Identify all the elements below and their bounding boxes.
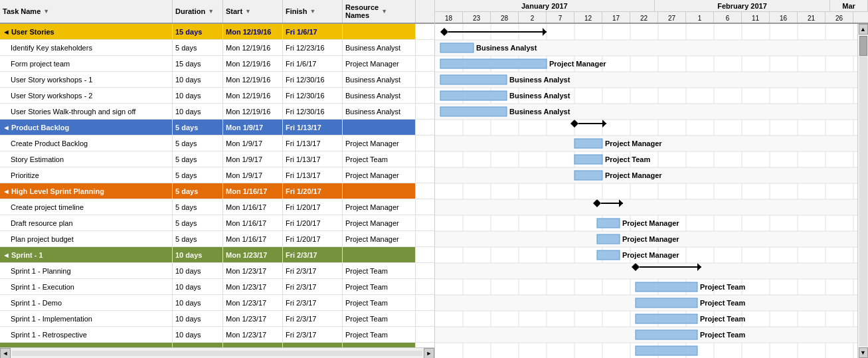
gantt-bar-label: Project Manager	[622, 235, 679, 243]
col-task-label: Task Name	[3, 7, 41, 15]
group-header-product-backlog[interactable]: ◄ Product Backlog 5 days Mon 1/9/17 Fri …	[0, 120, 434, 135]
task-start: Mon 12/19/16	[223, 88, 283, 103]
scroll-track[interactable]	[12, 351, 422, 356]
task-resource: Business Analyst	[343, 72, 416, 87]
gantt-bar	[636, 346, 697, 355]
task-resource: Project Manager	[343, 231, 416, 246]
table-row[interactable]: Create Product Backlog 5 days Mon 1/9/17…	[0, 135, 434, 151]
gantt-bar	[440, 107, 507, 116]
gantt-day: 17	[602, 12, 630, 24]
task-duration: 5 days	[173, 167, 223, 183]
task-finish: Fri 1/13/17	[283, 135, 343, 151]
task-name: Create Product Backlog	[0, 135, 173, 151]
gantt-bar-label: Project Team	[700, 331, 745, 339]
group-duration-product-backlog: 5 days	[173, 120, 223, 135]
group-start-user-stories: Mon 12/19/16	[223, 24, 283, 39]
group-label-user-stories: User Stories	[11, 28, 54, 36]
task-finish: Fri 2/3/17	[283, 263, 343, 278]
gantt-bar-label: Business Analyst	[509, 76, 570, 84]
table-row[interactable]: User Story workshops - 1 10 days Mon 12/…	[0, 72, 434, 88]
table-row[interactable]: Story Estimation 5 days Mon 1/9/17 Fri 1…	[0, 151, 434, 167]
group-duration-sprint1: 10 days	[173, 247, 223, 262]
task-name: User Stories Walk-through and sign off	[0, 104, 173, 119]
col-header-resource[interactable]: Resource Names ▼	[343, 0, 416, 23]
col-header-task[interactable]: Task Name ▼	[0, 0, 173, 23]
task-name: Create project timeline	[0, 199, 173, 215]
gantt-bar	[574, 155, 602, 164]
svg-rect-20	[435, 199, 868, 215]
gantt-day: 16	[770, 12, 798, 24]
table-row[interactable]: Sprint 1 - Execution 10 days Mon 1/23/17…	[0, 279, 434, 295]
table-row[interactable]: Sprint 1 - Retrospective 10 days Mon 1/2…	[0, 327, 434, 343]
group-finish-sprint1: Fri 2/3/17	[283, 247, 343, 262]
task-duration: 10 days	[173, 88, 223, 103]
gantt-day: 7	[547, 12, 574, 24]
task-name: User Story workshops - 1	[0, 72, 173, 87]
task-name: Sprint 1 - Planning	[0, 263, 173, 278]
group-task-sprint1: ◄ Sprint - 1	[0, 247, 173, 262]
task-resource: Project Team	[343, 311, 416, 326]
task-resource: Project Manager	[343, 167, 416, 183]
scroll-thumb[interactable]	[859, 36, 867, 56]
task-name: Plan project budget	[0, 231, 173, 246]
gantt-day: 6	[714, 12, 742, 24]
scroll-thumb-track[interactable]	[859, 36, 867, 346]
col-header-duration[interactable]: Duration ▼	[173, 0, 223, 23]
gantt-bar	[440, 91, 507, 100]
task-name: Sprint 1 - Execution	[0, 279, 173, 294]
group-header-sprint2[interactable]: ◄ Sprint - 2 10 days Mon 2/6/17 Fri 2/17…	[0, 343, 434, 347]
vertical-scrollbar[interactable]: ▲ ▼	[857, 24, 868, 358]
col-header-start[interactable]: Start ▼	[223, 0, 283, 23]
scroll-up-btn[interactable]: ▲	[859, 24, 868, 35]
task-finish: Fri 1/6/17	[283, 56, 343, 71]
bottom-scroll: ◄ ►	[0, 347, 434, 358]
milestone-arrow	[543, 28, 547, 36]
task-start: Mon 12/19/16	[223, 72, 283, 87]
group-arrow-sprint1: ◄	[3, 251, 10, 259]
table-row[interactable]: Prioritize 5 days Mon 1/9/17 Fri 1/13/17…	[0, 167, 434, 183]
task-resource: Project Team	[343, 263, 416, 278]
table-row[interactable]: User Stories Walk-through and sign off 1…	[0, 104, 434, 120]
task-start: Mon 1/9/17	[223, 151, 283, 167]
task-name: Draft resource plan	[0, 215, 173, 230]
scroll-left-btn[interactable]: ◄	[0, 348, 11, 359]
gantt-bar	[574, 171, 602, 180]
table-row[interactable]: Create project timeline 5 days Mon 1/16/…	[0, 199, 434, 215]
gantt-bar	[597, 219, 620, 228]
table-row[interactable]: Form project team 15 days Mon 12/19/16 F…	[0, 56, 434, 72]
task-finish: Fri 1/20/17	[283, 231, 343, 246]
gantt-bar-label: Project Manager	[622, 251, 679, 259]
task-resource: Project Manager	[343, 199, 416, 215]
task-start: Mon 1/23/17	[223, 279, 283, 294]
group-duration-user-stories: 15 days	[173, 24, 223, 39]
group-header-sprint1[interactable]: ◄ Sprint - 1 10 days Mon 1/23/17 Fri 2/3…	[0, 247, 434, 263]
gantt-day: 21	[798, 12, 825, 24]
gantt-day: 11	[742, 12, 770, 24]
table-body[interactable]: ◄ User Stories 15 days Mon 12/19/16 Fri …	[0, 24, 434, 347]
scroll-down-btn[interactable]: ▼	[859, 347, 868, 358]
col-header-finish[interactable]: Finish ▼	[283, 0, 343, 23]
group-header-user-stories[interactable]: ◄ User Stories 15 days Mon 12/19/16 Fri …	[0, 24, 434, 40]
task-start: Mon 12/19/16	[223, 104, 283, 119]
task-duration: 10 days	[173, 263, 223, 278]
group-duration-sprint2: 10 days	[173, 343, 223, 347]
table-row[interactable]: Plan project budget 5 days Mon 1/16/17 F…	[0, 231, 434, 247]
group-arrow-product-backlog: ◄	[3, 124, 10, 132]
table-row[interactable]: Sprint 1 - Planning 10 days Mon 1/23/17 …	[0, 263, 434, 279]
table-row[interactable]: User Story workshops - 2 10 days Mon 12/…	[0, 88, 434, 104]
task-resource: Project Team	[343, 327, 416, 342]
group-header-sprint-planning[interactable]: ◄ High Level Sprint Planning 5 days Mon …	[0, 183, 434, 199]
table-row[interactable]: Draft resource plan 5 days Mon 1/16/17 F…	[0, 215, 434, 231]
table-row[interactable]: Sprint 1 - Demo 10 days Mon 1/23/17 Fri …	[0, 295, 434, 311]
gantt-bar-label: Business Analyst	[476, 44, 537, 52]
group-finish-user-stories: Fri 1/6/17	[283, 24, 343, 39]
gantt-day: 23	[463, 12, 491, 24]
scroll-right-btn[interactable]: ►	[424, 348, 434, 359]
group-resource-sprint2	[343, 343, 416, 347]
task-finish: Fri 2/3/17	[283, 279, 343, 294]
table-row[interactable]: Identify Key stakeholders 5 days Mon 12/…	[0, 40, 434, 56]
table-row[interactable]: Sprint 1 - Implementation 10 days Mon 1/…	[0, 311, 434, 327]
task-resource: Project Team	[343, 279, 416, 294]
task-resource: Business Analyst	[343, 88, 416, 103]
task-duration: 10 days	[173, 104, 223, 119]
